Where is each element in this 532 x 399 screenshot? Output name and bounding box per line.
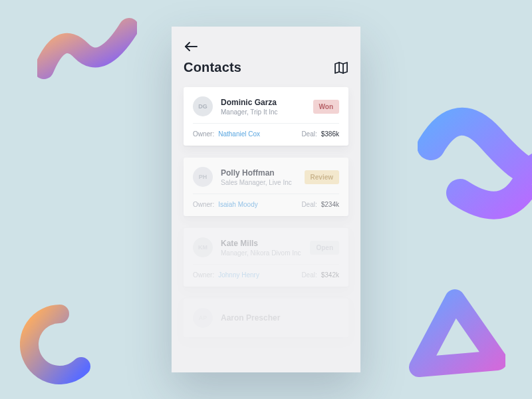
contact-card[interactable]: KM Kate Mills Manager, Nikora Divom Inc … [184,228,348,287]
contact-name: Dominic Garza [221,98,313,107]
contact-role: Sales Manager, Live Inc [221,179,305,186]
svg-marker-1 [335,63,347,73]
arrow-left-icon [184,41,198,52]
contact-name: Kate Mills [221,239,310,248]
owner-label: Owner: [193,201,214,208]
deal-label: Deal: [301,271,317,279]
decorative-squiggle [37,16,137,89]
decorative-ring [20,305,100,384]
deal-value: $386k [321,130,339,138]
owner-label: Owner: [193,130,214,138]
map-icon [334,61,348,74]
status-badge: Open [310,241,339,255]
map-button[interactable] [334,61,348,74]
decorative-squiggle [418,106,532,239]
contact-name: Aaron Prescher [221,313,339,323]
owner-link[interactable]: Johnny Henry [218,271,259,279]
deal-label: Deal: [301,130,317,138]
avatar: AP [193,308,213,328]
deal-value: $342k [321,271,339,279]
phone-screen: Contacts DG Dominic Garza Manager, Trip … [172,27,360,372]
owner-link[interactable]: Isaiah Moody [218,201,257,208]
page-title: Contacts [184,60,241,75]
contact-card[interactable]: PH Polly Hoffman Sales Manager, Live Inc… [184,158,348,216]
avatar: DG [193,96,213,116]
deal-value: $234k [321,201,339,208]
owner-label: Owner: [193,271,214,279]
owner-link[interactable]: Nathaniel Cox [218,130,260,138]
decorative-triangle [399,287,505,387]
back-button[interactable] [184,41,198,52]
avatar: PH [193,167,213,187]
contact-card[interactable]: AP Aaron Prescher [184,299,348,337]
contact-role: Manager, Nikora Divom Inc [221,249,310,257]
contact-role: Manager, Trip It Inc [221,108,313,116]
avatar: KM [193,237,213,257]
contact-name: Polly Hoffman [221,168,305,178]
contact-card[interactable]: DG Dominic Garza Manager, Trip It Inc Wo… [184,87,348,146]
status-badge: Won [313,100,339,114]
status-badge: Review [305,170,339,184]
deal-label: Deal: [301,201,317,208]
